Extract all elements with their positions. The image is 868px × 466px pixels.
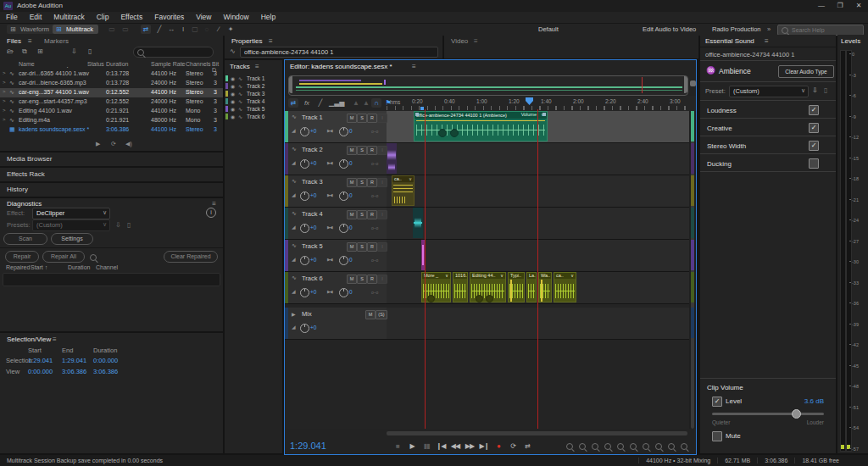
panel-header-effects-rack[interactable]: Effects Rack — [0, 168, 223, 181]
clip-track6-6[interactable]: Wa.. — [538, 272, 552, 302]
zoom-in-point-icon[interactable] — [655, 443, 662, 450]
sv-value[interactable]: 1:29.041 — [62, 357, 86, 364]
expand-caret-icon[interactable]: > — [3, 89, 6, 94]
volume-knob[interactable] — [300, 288, 309, 297]
lasso-selection-tool-icon[interactable]: ◌ — [202, 25, 212, 34]
pan-knob[interactable] — [339, 256, 348, 265]
chevron-down-icon[interactable] — [500, 273, 504, 278]
tracks-panel-item-3[interactable]: Track 3 — [225, 90, 282, 97]
insert-into-multitrack-icon[interactable]: ⇩ — [71, 47, 77, 55]
volume-envelope-line[interactable] — [416, 120, 545, 121]
timeline-marker-dot[interactable] — [420, 107, 424, 110]
chevron-down-icon[interactable] — [445, 273, 448, 278]
track-name[interactable]: Mix — [302, 310, 312, 318]
save-preset-icon[interactable]: ⇩ — [115, 221, 121, 229]
solo-button[interactable]: S — [357, 114, 367, 123]
tracks-panel-item-5[interactable]: Track 5 — [225, 105, 282, 113]
pan-knob[interactable] — [339, 224, 348, 233]
spectral-display-icon[interactable]: ▭ — [107, 25, 117, 34]
chevron-down-icon[interactable] — [409, 176, 412, 181]
expand-caret-icon[interactable]: > — [3, 108, 6, 113]
tab-tracks[interactable]: Tracks — [230, 63, 250, 70]
panel-header-history[interactable]: History — [0, 183, 223, 197]
clip-pan-knob[interactable] — [450, 129, 459, 137]
paintbrush-tool-icon[interactable]: ∕ — [214, 25, 224, 34]
expand-caret-icon[interactable]: > — [3, 70, 6, 75]
solo-button[interactable]: S — [357, 242, 367, 252]
minimize-button[interactable]: — — [812, 0, 831, 11]
fade-out-handle[interactable] — [542, 113, 546, 116]
level-checkbox[interactable]: ✓ — [712, 397, 722, 407]
clip-track6-4[interactable]: Typi.. — [508, 272, 525, 302]
files-panel-menu-icon[interactable] — [28, 37, 32, 45]
visibility-eye-icon[interactable] — [231, 106, 235, 112]
slip-tool-icon[interactable]: ↔ — [166, 25, 176, 34]
clip-track6-5[interactable]: La.. — [526, 272, 537, 302]
file-row[interactable]: >car-dri...6365 44100 1.wav0:13.72844100… — [0, 69, 223, 79]
navigator-left-handle[interactable] — [289, 76, 292, 93]
arm-record-button[interactable]: R — [367, 242, 377, 252]
mute-button[interactable]: M — [347, 178, 357, 187]
navigator-right-handle[interactable] — [684, 76, 687, 93]
info-icon[interactable]: i — [206, 208, 216, 218]
mute-button[interactable]: M — [347, 114, 357, 123]
track-name[interactable]: Track 3 — [302, 178, 323, 186]
settings-button[interactable]: Settings — [51, 233, 93, 245]
panel-header-media-browser[interactable]: Media Browser — [0, 153, 223, 166]
vertical-scrollbar[interactable] — [689, 111, 696, 429]
track-header[interactable]: Track 1MSRI+00o–o — [285, 111, 387, 142]
sv-value[interactable]: 3:06.386 — [93, 368, 118, 375]
clip-envelope-label[interactable]: Volume — [521, 112, 537, 117]
arm-record-button[interactable]: R — [367, 275, 377, 284]
volume-knob[interactable] — [300, 224, 309, 233]
visibility-eye-icon[interactable] — [231, 91, 235, 97]
menu-favorites[interactable]: Favorites — [148, 12, 190, 23]
open-file-icon[interactable]: 🗁 — [7, 47, 14, 55]
track-header[interactable]: Track 6MSRI+00o–o — [285, 272, 387, 303]
arm-record-button[interactable]: R — [367, 178, 377, 187]
solo-button[interactable]: S — [357, 210, 367, 219]
delete-preset-icon[interactable]: ▯ — [127, 221, 131, 229]
pan-knob[interactable] — [339, 159, 348, 169]
volume-knob[interactable] — [300, 127, 309, 136]
clip-track4[interactable] — [413, 208, 423, 238]
volume-knob[interactable] — [300, 191, 309, 201]
workspace-edit-audio-to-video[interactable]: Edit Audio to Video — [643, 25, 696, 35]
zoom-in-amplitude-icon[interactable] — [630, 443, 637, 450]
rewind-button[interactable]: ◀◀ — [448, 441, 462, 451]
diagnostics-panel-menu-icon[interactable] — [212, 200, 216, 208]
fade-in-handle[interactable] — [415, 113, 419, 116]
files-col-sample-rate[interactable]: Sample Rate — [151, 61, 185, 67]
mute-button[interactable]: M — [347, 275, 357, 284]
workspace-default[interactable]: Default — [538, 25, 559, 35]
mix-header[interactable]: ▶MixM(S)+0 — [285, 308, 387, 339]
clip-track2[interactable] — [387, 143, 397, 174]
clip-pan-knob[interactable] — [486, 295, 493, 302]
mute-button[interactable]: M — [347, 146, 357, 155]
expand-caret-icon[interactable]: > — [3, 98, 6, 103]
repair-button[interactable]: Repair — [5, 251, 39, 263]
clip-gain-knob[interactable] — [427, 295, 435, 302]
monitor-input-button[interactable]: I — [377, 275, 387, 284]
record-button[interactable]: ● — [492, 441, 505, 451]
chevron-down-icon[interactable] — [570, 273, 574, 278]
preset-dropdown[interactable]: (Custom) — [729, 86, 809, 97]
properties-menu-icon[interactable] — [269, 37, 273, 45]
arm-record-button[interactable]: R — [367, 210, 377, 219]
file-loop-icon[interactable]: ⟳ — [111, 141, 116, 147]
volume-value[interactable]: +0 — [310, 128, 316, 134]
tracks-panel-item-1[interactable]: Track 1 — [225, 75, 282, 82]
essential-sound-menu-icon[interactable] — [765, 37, 769, 45]
zoom-last-icon[interactable] — [681, 443, 687, 450]
pan-knob[interactable] — [339, 191, 348, 201]
track-header[interactable]: Track 4MSRI+00o–o — [285, 208, 387, 239]
pan-knob[interactable] — [339, 127, 348, 136]
close-button[interactable]: ✕ — [849, 0, 868, 11]
menu-effects[interactable]: Effects — [114, 12, 148, 23]
tab-markers[interactable]: Markers — [44, 37, 69, 45]
solo-button[interactable]: S — [357, 146, 367, 155]
level-value[interactable]: 3.6 dB — [804, 397, 824, 405]
file-row[interactable]: >car-dri...bience-6365.mp30:13.72824000 … — [0, 79, 223, 88]
tab-video[interactable]: Video — [451, 37, 468, 45]
menu-multitrack[interactable]: Multitrack — [47, 12, 90, 23]
